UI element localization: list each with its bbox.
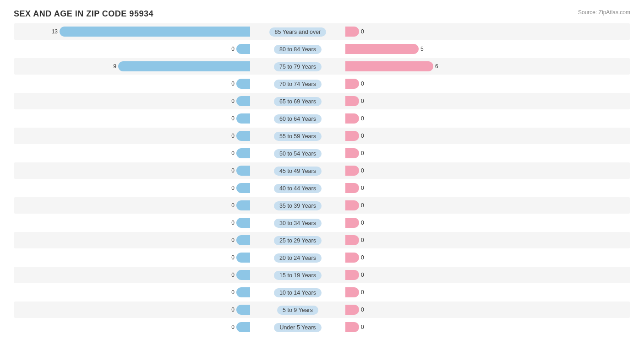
bar-row: 0 70 to 74 Years 0 [14, 75, 630, 92]
female-value: 0 [361, 237, 370, 243]
left-section: 0 [14, 166, 252, 176]
bar-row: 0 5 to 9 Years 0 [14, 301, 630, 318]
male-value: 0 [225, 307, 235, 313]
bar-row: 0 50 to 54 Years 0 [14, 145, 630, 161]
female-value: 0 [361, 289, 370, 296]
left-section: 0 [14, 305, 252, 315]
male-value: 0 [225, 98, 235, 104]
bar-row: 0 25 to 29 Years 0 [14, 232, 630, 248]
male-bar [236, 200, 250, 210]
male-bar [236, 148, 250, 158]
left-section: 0 [14, 218, 252, 228]
age-label: 10 to 14 Years [252, 289, 344, 296]
age-label: 60 to 64 Years [252, 115, 344, 122]
female-value: 0 [361, 167, 370, 174]
age-label: 15 to 19 Years [252, 272, 344, 279]
male-bar [236, 79, 250, 89]
left-section: 0 [14, 270, 252, 280]
male-bar [236, 131, 250, 141]
age-label: 5 to 9 Years [252, 307, 344, 313]
male-value: 0 [225, 46, 235, 52]
chart-area: 13 85 Years and over 0 0 80 to 84 Years … [14, 23, 630, 335]
right-section: 0 [344, 253, 582, 263]
age-label: 75 to 79 Years [252, 63, 344, 70]
left-section: 0 [14, 79, 252, 89]
chart-title: SEX AND AGE IN ZIP CODE 95934 [14, 9, 630, 19]
female-bar [345, 27, 359, 37]
female-value: 0 [361, 98, 370, 104]
female-value: 0 [361, 150, 370, 156]
right-section: 0 [344, 287, 582, 297]
male-value: 0 [225, 150, 235, 156]
bar-row: 0 45 to 49 Years 0 [14, 162, 630, 179]
male-bar [236, 287, 250, 297]
age-label: 30 to 34 Years [252, 220, 344, 226]
female-bar [345, 218, 359, 228]
left-section: 0 [14, 183, 252, 193]
right-section: 0 [344, 235, 582, 245]
male-bar [236, 96, 250, 106]
age-label: 45 to 49 Years [252, 167, 344, 174]
right-section: 0 [344, 218, 582, 228]
right-section: 0 [344, 113, 582, 124]
male-value: 0 [225, 237, 235, 243]
bar-row: 0 30 to 34 Years 0 [14, 215, 630, 231]
left-section: 0 [14, 200, 252, 210]
male-value: 9 [107, 63, 116, 70]
male-bar [118, 61, 250, 71]
age-label: 40 to 44 Years [252, 185, 344, 192]
left-section: 0 [14, 96, 252, 106]
male-value: 0 [225, 324, 235, 330]
age-label: 25 to 29 Years [252, 237, 344, 244]
bar-row: 0 55 to 59 Years 0 [14, 128, 630, 144]
age-label: 20 to 24 Years [252, 254, 344, 261]
male-value: 0 [225, 185, 235, 191]
male-value: 0 [225, 81, 235, 87]
age-label: 80 to 84 Years [252, 46, 344, 53]
male-bar [236, 113, 250, 124]
left-section: 13 [14, 27, 252, 37]
bar-row: 9 75 to 79 Years 6 [14, 58, 630, 75]
right-section: 0 [344, 305, 582, 315]
age-label: 55 to 59 Years [252, 133, 344, 140]
female-bar [345, 183, 359, 193]
female-value: 0 [361, 324, 370, 330]
age-label: Under 5 Years [252, 324, 344, 331]
male-bar [236, 166, 250, 176]
age-label: 85 Years and over [252, 28, 344, 35]
bar-row: 0 80 to 84 Years 5 [14, 41, 630, 57]
male-bar [236, 44, 250, 54]
right-section: 0 [344, 183, 582, 193]
male-bar [236, 322, 250, 332]
age-label: 65 to 69 Years [252, 98, 344, 105]
age-label: 50 to 54 Years [252, 150, 344, 157]
male-value: 13 [49, 28, 58, 35]
female-bar [345, 200, 359, 210]
left-section: 0 [14, 253, 252, 263]
male-bar [236, 235, 250, 245]
left-section: 0 [14, 113, 252, 124]
left-section: 0 [14, 287, 252, 297]
left-section: 0 [14, 131, 252, 141]
female-bar [345, 113, 359, 124]
male-value: 0 [225, 220, 235, 226]
male-bar [236, 270, 250, 280]
female-value: 0 [361, 202, 370, 209]
left-section: 0 [14, 44, 252, 54]
right-section: 5 [344, 44, 582, 54]
female-value: 0 [361, 115, 370, 122]
bar-row: 0 35 to 39 Years 0 [14, 197, 630, 214]
right-section: 0 [344, 96, 582, 106]
female-value: 0 [361, 81, 370, 87]
female-bar [345, 270, 359, 280]
female-value: 0 [361, 133, 370, 139]
right-section: 0 [344, 131, 582, 141]
female-bar [345, 166, 359, 176]
right-section: 0 [344, 322, 582, 332]
left-section: 0 [14, 148, 252, 158]
male-bar [236, 253, 250, 263]
age-label: 35 to 39 Years [252, 202, 344, 209]
female-bar [345, 61, 433, 71]
right-section: 0 [344, 79, 582, 89]
left-section: 0 [14, 235, 252, 245]
